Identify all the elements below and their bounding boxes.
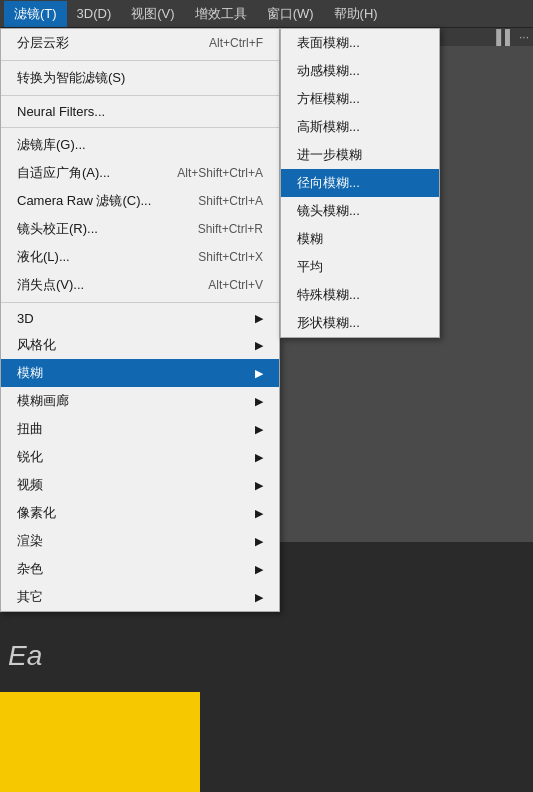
menu-item-label: 镜头校正(R)... (17, 220, 98, 238)
submenu-item-motion-blur[interactable]: 动感模糊... (281, 57, 439, 85)
submenu-item-average[interactable]: 平均 (281, 253, 439, 281)
arrow-icon: ▶ (255, 312, 263, 325)
submenu-item-label: 镜头模糊... (297, 202, 360, 220)
menu-item-filter-gallery[interactable]: 滤镜库(G)... (1, 131, 279, 159)
canvas-yellow-region (0, 692, 200, 792)
menu-item-label: 风格化 (17, 336, 56, 354)
menu-item-pixelate[interactable]: 像素化 ▶ (1, 499, 279, 527)
submenu-item-special-blur[interactable]: 特殊模糊... (281, 281, 439, 309)
submenu-item-lens-blur[interactable]: 镜头模糊... (281, 197, 439, 225)
panel-icon-2[interactable]: ▌ (505, 29, 515, 45)
submenu-item-blur[interactable]: 模糊 (281, 225, 439, 253)
menu-item-vanishing-point[interactable]: 消失点(V)... Alt+Ctrl+V (1, 271, 279, 299)
menubar-item-window[interactable]: 窗口(W) (257, 1, 324, 27)
divider-3 (1, 127, 279, 128)
menu-item-shortcut: Shift+Ctrl+X (198, 250, 263, 264)
arrow-icon: ▶ (255, 367, 263, 380)
arrow-icon: ▶ (255, 535, 263, 548)
menu-item-shortcut: Alt+Ctrl+F (209, 36, 263, 50)
menu-item-neural-filters[interactable]: Neural Filters... (1, 99, 279, 124)
menu-item-label: 像素化 (17, 504, 56, 522)
filter-dropdown-menu: 分层云彩 Alt+Ctrl+F 转换为智能滤镜(S) Neural Filter… (0, 28, 280, 612)
menu-item-stylize[interactable]: 风格化 ▶ (1, 331, 279, 359)
menu-item-label: 滤镜库(G)... (17, 136, 86, 154)
canvas-text-ea: Ea (8, 640, 42, 672)
menu-item-shortcut: Alt+Shift+Ctrl+A (177, 166, 263, 180)
menu-item-label: 3D (17, 311, 34, 326)
menu-item-lens-correct[interactable]: 镜头校正(R)... Shift+Ctrl+R (1, 215, 279, 243)
menu-item-other[interactable]: 其它 ▶ (1, 583, 279, 611)
menu-item-camera-raw[interactable]: Camera Raw 滤镜(C)... Shift+Ctrl+A (1, 187, 279, 215)
arrow-icon: ▶ (255, 591, 263, 604)
submenu-item-label: 径向模糊... (297, 174, 360, 192)
menu-item-label: 分层云彩 (17, 34, 69, 52)
panel-controls: ▐ ▌ ··· (483, 28, 533, 46)
menu-item-label: 消失点(V)... (17, 276, 84, 294)
menu-item-shortcut: Shift+Ctrl+A (198, 194, 263, 208)
menu-item-label: 转换为智能滤镜(S) (17, 69, 125, 87)
menu-item-shortcut: Shift+Ctrl+R (198, 222, 263, 236)
menu-item-video[interactable]: 视频 ▶ (1, 471, 279, 499)
submenu-item-radial-blur[interactable]: 径向模糊... (281, 169, 439, 197)
menubar-item-filter[interactable]: 滤镜(T) (4, 1, 67, 27)
menubar-item-enhance[interactable]: 增效工具 (185, 1, 257, 27)
arrow-icon: ▶ (255, 339, 263, 352)
submenu-item-label: 模糊 (297, 230, 323, 248)
menu-item-blur-gallery[interactable]: 模糊画廊 ▶ (1, 387, 279, 415)
menu-item-label: 锐化 (17, 448, 43, 466)
menubar-item-view[interactable]: 视图(V) (121, 1, 184, 27)
submenu-item-surface-blur[interactable]: 表面模糊... (281, 29, 439, 57)
menu-item-label: 渲染 (17, 532, 43, 550)
arrow-icon: ▶ (255, 451, 263, 464)
menu-item-adaptive-wide[interactable]: 自适应广角(A)... Alt+Shift+Ctrl+A (1, 159, 279, 187)
submenu-item-gaussian-blur[interactable]: 高斯模糊... (281, 113, 439, 141)
menu-item-last-filter[interactable]: 分层云彩 Alt+Ctrl+F (1, 29, 279, 57)
menu-item-sharpen[interactable]: 锐化 ▶ (1, 443, 279, 471)
menu-item-smart-filter[interactable]: 转换为智能滤镜(S) (1, 64, 279, 92)
submenu-item-label: 动感模糊... (297, 62, 360, 80)
menu-item-label: 模糊 (17, 364, 43, 382)
submenu-item-shape-blur[interactable]: 形状模糊... (281, 309, 439, 337)
arrow-icon: ▶ (255, 563, 263, 576)
menubar-item-help[interactable]: 帮助(H) (324, 1, 388, 27)
divider-4 (1, 302, 279, 303)
menu-item-label: 视频 (17, 476, 43, 494)
menu-item-distort[interactable]: 扭曲 ▶ (1, 415, 279, 443)
panel-menu-icon[interactable]: ··· (519, 30, 529, 44)
submenu-item-label: 进一步模糊 (297, 146, 362, 164)
menu-item-label: Camera Raw 滤镜(C)... (17, 192, 151, 210)
menu-item-blur[interactable]: 模糊 ▶ (1, 359, 279, 387)
submenu-item-label: 高斯模糊... (297, 118, 360, 136)
arrow-icon: ▶ (255, 507, 263, 520)
menu-item-render[interactable]: 渲染 ▶ (1, 527, 279, 555)
menu-item-label: 自适应广角(A)... (17, 164, 110, 182)
blur-submenu: 表面模糊... 动感模糊... 方框模糊... 高斯模糊... 进一步模糊 径向… (280, 28, 440, 338)
menu-item-noise[interactable]: 杂色 ▶ (1, 555, 279, 583)
menubar: 滤镜(T) 3D(D) 视图(V) 增效工具 窗口(W) 帮助(H) (0, 0, 533, 28)
submenu-item-label: 方框模糊... (297, 90, 360, 108)
divider-1 (1, 60, 279, 61)
menu-item-label: 模糊画廊 (17, 392, 69, 410)
menu-item-label: 液化(L)... (17, 248, 70, 266)
menubar-item-3d[interactable]: 3D(D) (67, 2, 122, 25)
submenu-item-label: 表面模糊... (297, 34, 360, 52)
menu-item-label: 杂色 (17, 560, 43, 578)
menu-item-label: 其它 (17, 588, 43, 606)
arrow-icon: ▶ (255, 423, 263, 436)
divider-2 (1, 95, 279, 96)
menu-item-label: Neural Filters... (17, 104, 105, 119)
submenu-item-label: 特殊模糊... (297, 286, 360, 304)
arrow-icon: ▶ (255, 479, 263, 492)
menu-item-liquify[interactable]: 液化(L)... Shift+Ctrl+X (1, 243, 279, 271)
menu-item-shortcut: Alt+Ctrl+V (208, 278, 263, 292)
submenu-item-label: 平均 (297, 258, 323, 276)
submenu-item-box-blur[interactable]: 方框模糊... (281, 85, 439, 113)
panel-icon-1[interactable]: ▐ (491, 29, 501, 45)
submenu-item-further-blur[interactable]: 进一步模糊 (281, 141, 439, 169)
menu-item-label: 扭曲 (17, 420, 43, 438)
submenu-item-label: 形状模糊... (297, 314, 360, 332)
menu-item-3d-sub[interactable]: 3D ▶ (1, 306, 279, 331)
arrow-icon: ▶ (255, 395, 263, 408)
